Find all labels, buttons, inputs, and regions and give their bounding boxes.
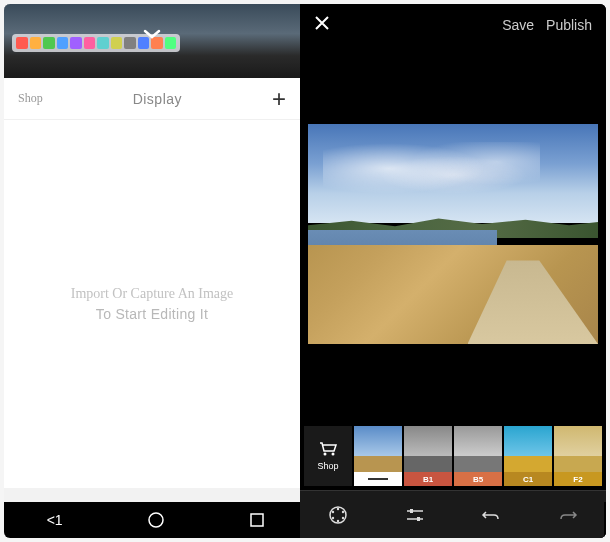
- presets-wheel-icon[interactable]: [327, 504, 349, 526]
- editor-top-bar: Save Publish: [300, 4, 606, 46]
- filter-f2[interactable]: F2: [554, 426, 602, 486]
- svg-point-11: [324, 453, 327, 456]
- shop-link[interactable]: Shop: [18, 91, 43, 106]
- edit-toolbar: [300, 490, 606, 538]
- android-back-icon[interactable]: [604, 510, 606, 530]
- svg-point-14: [337, 507, 339, 509]
- publish-button[interactable]: Publish: [546, 17, 592, 33]
- landscape-photo: [308, 124, 598, 344]
- svg-point-18: [332, 516, 334, 518]
- chevron-down-icon[interactable]: [143, 24, 161, 45]
- undo-icon[interactable]: [480, 504, 502, 526]
- svg-point-19: [332, 510, 334, 512]
- empty-line2: To Start Editing It: [96, 306, 208, 322]
- cart-icon: [318, 441, 338, 457]
- top-nav-bar: Shop Display +: [4, 78, 300, 120]
- svg-point-9: [149, 513, 163, 527]
- svg-point-12: [332, 453, 335, 456]
- empty-line1: Import Or Capture An Image: [71, 286, 234, 302]
- android-home-icon[interactable]: [146, 510, 166, 530]
- redo-icon[interactable]: [557, 504, 579, 526]
- save-button[interactable]: Save: [502, 17, 534, 33]
- filter-b5[interactable]: B5: [454, 426, 502, 486]
- android-recents-icon[interactable]: [247, 510, 267, 530]
- svg-rect-22: [410, 509, 413, 513]
- add-button[interactable]: +: [272, 85, 286, 113]
- filter-shop-button[interactable]: Shop: [304, 426, 352, 486]
- nav-title[interactable]: Display: [43, 91, 272, 107]
- filter-c1[interactable]: C1: [504, 426, 552, 486]
- filter-original[interactable]: [354, 426, 402, 486]
- right-editor-panel: Save Publish Shop: [300, 4, 606, 538]
- android-nav-left: <1: [4, 502, 308, 538]
- image-canvas[interactable]: [300, 46, 606, 422]
- svg-rect-10: [251, 514, 263, 526]
- empty-state[interactable]: Import Or Capture An Image To Start Edit…: [4, 120, 300, 488]
- svg-point-17: [337, 519, 339, 521]
- left-app-panel: Shop Display + Import Or Capture An Imag…: [4, 4, 300, 538]
- collapsed-image-preview[interactable]: [4, 4, 300, 78]
- svg-rect-23: [417, 517, 420, 521]
- filter-shop-label: Shop: [317, 461, 338, 471]
- android-nav-right: [604, 502, 606, 538]
- filter-b1[interactable]: B1: [404, 426, 452, 486]
- filter-strip: Shop B1 B5 C1: [300, 422, 606, 490]
- svg-point-15: [342, 510, 344, 512]
- sliders-icon[interactable]: [404, 504, 426, 526]
- svg-point-16: [342, 516, 344, 518]
- close-icon[interactable]: [314, 15, 330, 36]
- android-back-text[interactable]: <1: [45, 510, 65, 530]
